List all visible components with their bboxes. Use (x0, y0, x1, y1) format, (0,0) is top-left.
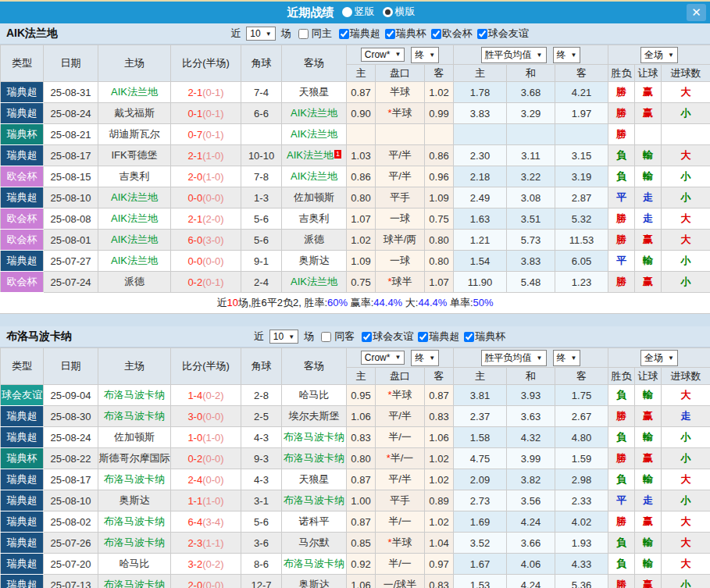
away-odds: 0.86 (425, 145, 454, 166)
mean-away: 1.59 (555, 448, 608, 469)
league-checkbox-0[interactable] (362, 332, 372, 342)
summary-segment: 大: (402, 297, 418, 308)
layout-radio-0[interactable]: 竖版 (342, 5, 375, 19)
same-venue-checkbox[interactable] (298, 29, 309, 39)
league-checkbox-2[interactable] (464, 332, 474, 342)
table-row: 欧会杯25-08-08AIK法兰地2-1(2-0)5-6吉奥利1.07一球0.7… (1, 208, 710, 230)
table-row: 瑞典超25-08-31AIK法兰地2-1(0-1)7-4天狼星0.87半球1.0… (1, 82, 710, 103)
score-fulltime: 2-1 (187, 150, 202, 162)
summary-segment: 场,胜6平2负2, 胜率: (238, 297, 327, 308)
table-row: 瑞典超25-07-27AIK法兰地0-0(0-0)9-1奥斯达1.09一球0.8… (1, 251, 710, 272)
handicap: *半球 (376, 103, 425, 124)
bookmaker-final-select[interactable]: 终 (411, 47, 439, 63)
score-fulltime: 0-0 (187, 255, 202, 267)
away-team: 哈马比 (282, 385, 347, 406)
mean-home: 1.53 (454, 575, 507, 588)
sub-column-header: 进球数 (662, 65, 710, 82)
result-wdl: 負 (608, 385, 635, 406)
handicap: 平手 (376, 187, 425, 208)
match-date: 25-08-30 (44, 406, 98, 427)
wdl-mean-select[interactable]: 胜平负均值 (481, 350, 547, 366)
mean-home: 11.90 (454, 272, 507, 293)
mean-away: 1.93 (555, 533, 608, 554)
away-team: 天狼星 (282, 469, 347, 490)
league-badge: 瑞典超 (1, 575, 44, 588)
corners: 2-5 (241, 406, 282, 427)
score-fulltime: 6-4 (187, 516, 202, 528)
wdl-mean-final-select[interactable]: 终 (553, 350, 581, 366)
layout-radio-1[interactable]: 横版 (383, 5, 416, 19)
home-team: 奥斯达 (98, 490, 171, 511)
away-odds: 1.07 (425, 272, 454, 293)
home-odds: 1.07 (347, 208, 376, 230)
away-odds: 0.80 (425, 251, 454, 272)
corners: 9-3 (241, 448, 282, 469)
wdl-mean-select[interactable]: 胜平负均值 (481, 47, 547, 63)
same-venue-checkbox[interactable] (321, 332, 331, 342)
result-goals: 小 (662, 575, 710, 588)
corners: 3-6 (241, 533, 282, 554)
full-match-select[interactable]: 全场 (640, 350, 678, 366)
corners: 10-10 (241, 145, 282, 166)
score-halftime: (3-0) (202, 234, 223, 246)
summary-segment: 44.4% (418, 297, 447, 308)
league-checkbox-3[interactable] (477, 29, 487, 39)
games-count-select[interactable]: 10 (269, 330, 298, 344)
match-date: 25-08-15 (44, 166, 98, 187)
result-wdl: 勝 (608, 208, 635, 230)
league-checkbox-0[interactable] (339, 29, 349, 39)
handicap: *球半 (376, 272, 425, 293)
home-team: 戴戈福斯 (98, 103, 171, 124)
league-badge: 瑞典超 (1, 187, 44, 208)
header-group-row: 类型日期主场比分(半场)角球客场Crow*终胜平负均值终全场 (1, 348, 710, 368)
filter-suffix-label: 场 (304, 330, 314, 344)
league-checkbox-2[interactable] (431, 29, 441, 39)
home-odds: 1.03 (347, 145, 376, 166)
titlebar: 近期战绩 竖版横版 ✕ (0, 2, 710, 23)
handicap-text: 半球 (392, 389, 412, 401)
games-count-select[interactable]: 10 (246, 27, 275, 41)
result-goals: 小 (662, 187, 710, 208)
match-date: 25-07-27 (44, 251, 98, 272)
bookmaker-select[interactable]: Crow* (361, 351, 405, 365)
summary-row: 近10场,胜6平2负2, 胜率:60% 赢率:44.4% 大:44.4% 单率:… (0, 293, 710, 314)
full-match-select[interactable]: 全场 (640, 47, 678, 63)
summary-segment: 单率: (447, 297, 473, 308)
table-row: 瑞典超25-07-26布洛马波卡纳2-3(1-1)3-6马尔默0.85*半球1.… (1, 533, 710, 554)
score: 0-2(0-0) (171, 448, 241, 469)
league-checkbox-label: 瑞典杯 (475, 330, 505, 344)
away-team: 埃尔夫斯堡 (282, 406, 347, 427)
bookmaker-final-select[interactable]: 终 (411, 350, 439, 366)
mean-draw: 3.08 (507, 187, 555, 208)
league-badge: 球会友谊 (1, 385, 44, 406)
home-team: AIK法兰地 (98, 251, 171, 272)
table-row: 瑞典超25-08-24佐加顿斯1-0(1-0)4-3布洛马波卡纳0.83半/一1… (1, 427, 710, 448)
corners: 12-7 (241, 575, 282, 588)
match-date: 25-08-10 (44, 490, 98, 511)
mean-draw: 3.51 (507, 208, 555, 230)
bookmaker-select[interactable]: Crow* (361, 48, 405, 62)
home-team: AIK法兰地 (98, 230, 171, 251)
result-handicap: 輸 (635, 469, 662, 490)
match-date: 25-08-01 (44, 230, 98, 251)
mean-home (454, 124, 507, 145)
mean-draw: 3.56 (507, 490, 555, 511)
wdl-mean-final-select[interactable]: 终 (553, 47, 581, 63)
away-odds: 0.83 (425, 575, 454, 588)
result-goals: 小 (662, 448, 710, 469)
table-row: 瑞典超25-08-02布洛马波卡纳6-4(3-4)5-6诺科平0.87半/一1.… (1, 511, 710, 533)
summary-segment: 近 (216, 297, 227, 308)
table-row: 瑞典超25-08-10奥斯达1-1(1-0)3-1布洛马波卡纳1.00平手0.8… (1, 490, 710, 511)
home-odds: 0.83 (347, 427, 376, 448)
table-row: 瑞典超25-08-17IFK哥德堡2-1(1-0)10-10AIK法兰地11.0… (1, 145, 710, 166)
close-button[interactable]: ✕ (687, 4, 706, 21)
sub-column-header: 胜负 (608, 368, 635, 385)
wdl-mean: 胜平负均值终 (454, 348, 608, 368)
handicap (376, 124, 425, 145)
handicap: 平/半 (376, 145, 425, 166)
filter-controls: 近10场同主瑞典超瑞典杯欧会杯球会友谊 (228, 27, 528, 41)
away-team: AIK法兰地 (282, 166, 347, 187)
league-checkbox-1[interactable] (418, 332, 428, 342)
score: 3-0(0-0) (171, 406, 241, 427)
league-checkbox-1[interactable] (385, 29, 395, 39)
